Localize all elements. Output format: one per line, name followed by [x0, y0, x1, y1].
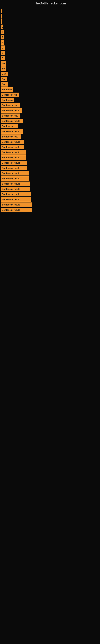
bar-label: E: [2, 46, 3, 49]
bar-label: Bott: [2, 83, 6, 86]
bar-row: B: [1, 40, 100, 45]
bar-row: Bottleneck result: [1, 166, 100, 170]
bars-container: EEFBEEBBoBoBottBotBottBottlenecBottlenec…: [0, 7, 100, 213]
bar: Bo: [1, 61, 6, 66]
bar: Bottleneck result: [1, 182, 30, 186]
bar: E: [1, 30, 3, 34]
bar-label: B: [2, 57, 3, 59]
bar-label: Bottleneck result: [2, 177, 20, 180]
bar-row: Bottleneck result: [1, 187, 100, 191]
bar-row: Bottleneck result: [1, 202, 100, 207]
bar-row: Bott: [1, 72, 100, 76]
bar: E: [1, 24, 3, 29]
bar-label: Bottleneck result: [2, 120, 20, 122]
bar: Bottleneck result: [1, 197, 31, 202]
bar-row: Bottleneck result: [1, 150, 100, 154]
bar: Bott: [1, 82, 8, 86]
bar-row: E: [1, 46, 100, 50]
bar-label: Bottleneck result: [2, 146, 20, 148]
bar: B: [1, 40, 4, 45]
bar: E: [1, 51, 4, 55]
bar-label: Bottleneck resu: [2, 136, 18, 138]
bar-row: Bottleneck result: [1, 171, 100, 176]
bar: Bottleneck resu: [1, 114, 20, 118]
bar: Bott: [1, 72, 8, 76]
bar-label: Bottleneck result: [2, 130, 20, 132]
bar-label: Bott: [2, 73, 6, 75]
bar: E: [1, 46, 4, 50]
bar-row: Bottleneck result: [1, 155, 100, 160]
bar-row: Bottleneck resu: [1, 114, 100, 118]
site-title: TheBottlenecker.com: [0, 0, 100, 7]
bar: F: [1, 35, 4, 40]
bar-row: Bottleneck res: [1, 92, 100, 97]
bar-row: Bottleneck resu: [1, 103, 100, 108]
bar: Bottleneck result: [1, 140, 24, 144]
bar-label: Bottleneck result: [2, 188, 20, 190]
bar-row: Bo: [1, 61, 100, 66]
bar-label: Bottleneck resu: [2, 104, 18, 106]
bar-row: Bottleneck result: [1, 176, 100, 181]
bar-row: [1, 19, 100, 24]
bar: Bottleneck result: [1, 108, 22, 113]
bar: Bottleneck re: [1, 124, 18, 128]
bar: Bottleneck result: [1, 145, 24, 149]
bar: Bottleneck result: [1, 155, 26, 160]
bar: Bottleneck resu: [1, 134, 21, 139]
bar-label: Bottleneck result: [2, 209, 20, 211]
bar: Bottleneck result: [1, 166, 27, 170]
bar-row: E: [1, 30, 100, 34]
bar-label: Bottleneck result: [2, 141, 20, 143]
bar: Bottleneck resu: [1, 103, 20, 108]
bar-row: Bottleneck result: [1, 108, 100, 113]
bar-row: B: [1, 56, 100, 60]
bar-label: Bottleneck result: [2, 109, 20, 112]
bar-label: Bottleneck re: [2, 125, 16, 128]
bar: Bottleneck result: [1, 119, 23, 123]
bar-label: Bo: [2, 62, 5, 64]
bar-row: Bottleneck resu: [1, 134, 100, 139]
bar-row: E: [1, 24, 100, 29]
bar-row: Bo: [1, 66, 100, 71]
bar-label: F: [2, 36, 3, 38]
bar-label: Bottleneck result: [2, 167, 20, 169]
bar: Bottleneck result: [1, 160, 27, 165]
bar-label: Bottleneck result: [2, 198, 20, 201]
bar-row: Bottleneck result: [1, 119, 100, 123]
bar-row: Bottleneck result: [1, 160, 100, 165]
bar-row: Bottleneck result: [1, 129, 100, 134]
bar-row: Bottleneck result: [1, 145, 100, 149]
bar: Bottlenec: [1, 87, 13, 92]
bar-label: Bot: [2, 78, 5, 80]
bar: Bottleneck res: [1, 92, 19, 97]
bar: [1, 19, 2, 24]
bar: B: [1, 56, 5, 60]
bar-row: F: [1, 35, 100, 40]
bar-label: E: [2, 26, 3, 28]
bar: Bottleneck: [1, 98, 14, 102]
bar-label: Bottleneck result: [2, 156, 20, 159]
bar-row: Bottlenec: [1, 87, 100, 92]
bar: Bottleneck result: [1, 129, 23, 134]
bar-label: Bottleneck res: [2, 94, 17, 96]
bar: Bot: [1, 77, 7, 81]
bar-label: Bottlenec: [2, 88, 12, 91]
bar: Bottleneck result: [1, 192, 31, 196]
bar-label: Bottleneck result: [2, 151, 20, 154]
bar: [1, 14, 2, 18]
bar-row: Bot: [1, 77, 100, 81]
bar-label: Bo: [2, 68, 5, 70]
bar: Bottleneck result: [1, 187, 30, 191]
bar-row: Bottleneck re: [1, 124, 100, 128]
bar-row: [1, 14, 100, 18]
bar-label: Bottleneck result: [2, 182, 20, 185]
bar-row: [1, 9, 100, 13]
bar: Bo: [1, 66, 6, 71]
bar: [1, 9, 2, 13]
bar-label: Bottleneck result: [2, 172, 20, 174]
bar-row: Bottleneck result: [1, 197, 100, 202]
bar-label: Bottleneck result: [2, 193, 20, 196]
bar-row: Bottleneck: [1, 98, 100, 102]
bar-label: E: [2, 52, 3, 54]
bar-row: Bott: [1, 82, 100, 86]
